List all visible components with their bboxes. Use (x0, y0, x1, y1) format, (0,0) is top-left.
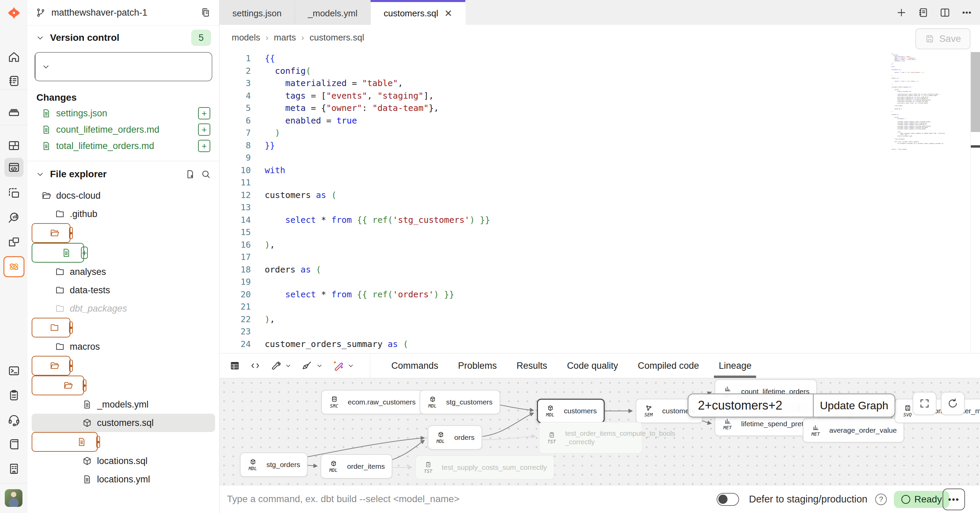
save-button[interactable]: Save (915, 28, 970, 49)
dashboard-grid-icon[interactable] (5, 136, 24, 155)
folder-open-icon (41, 191, 51, 201)
defer-toggle[interactable] (717, 493, 739, 506)
copy-icon[interactable] (200, 7, 211, 18)
file-tree-row[interactable]: data-tests + (32, 281, 215, 299)
fullscreen-button[interactable] (913, 392, 937, 415)
notebook-icon[interactable] (5, 71, 24, 91)
changed-file-row[interactable]: total_lifetime_orders.md + (27, 138, 219, 154)
more-options-icon[interactable] (961, 7, 972, 18)
stage-file-button[interactable]: + (198, 107, 210, 119)
stage-file-button[interactable]: + (198, 140, 210, 152)
frame-select-icon[interactable] (5, 184, 24, 203)
lineage-node[interactable]: MDL stg_orders (240, 453, 308, 477)
help-icon[interactable]: ? (875, 494, 887, 505)
docs-book-icon[interactable] (5, 435, 24, 454)
terminal-icon[interactable] (5, 361, 24, 380)
editor-scrollbar[interactable] (970, 50, 980, 353)
dbt-logo-icon[interactable] (5, 3, 24, 22)
lineage-node[interactable]: MDL orders (428, 425, 482, 450)
notebook-panel-icon[interactable] (917, 7, 929, 18)
panel-tab[interactable]: Code quality (567, 353, 618, 378)
windows-icon[interactable] (5, 233, 24, 252)
clipboard-icon[interactable] (5, 386, 24, 405)
node-label: ecom.raw_customers (348, 398, 416, 406)
panel-tab[interactable]: Results (517, 353, 547, 378)
file-tree-row[interactable]: customers.yml + (32, 432, 98, 452)
editor-tab[interactable]: _models.yml ✕ (295, 0, 371, 25)
build-menu[interactable] (270, 360, 292, 372)
branch-row[interactable]: matthewshaver-patch-1 (27, 0, 219, 25)
scrollbar-marker (971, 145, 980, 148)
new-tab-icon[interactable] (896, 7, 907, 18)
node-type-icon (330, 460, 337, 467)
stage-file-button[interactable]: + (81, 247, 88, 259)
file-tree-row[interactable]: docs + (32, 318, 70, 337)
lineage-node[interactable]: MDL customers (537, 399, 605, 423)
file-icon (41, 141, 51, 151)
breadcrumb-file[interactable]: customers.sql (310, 32, 364, 43)
update-graph-button[interactable]: Update Graph (813, 394, 894, 417)
version-control-header[interactable]: Version control 5 (27, 28, 219, 47)
lineage-node[interactable]: TST test_order_items_compute_to_bools _c… (539, 422, 643, 454)
lineage-selector-input[interactable]: 2+customers+2 (688, 394, 813, 417)
file-tree-row[interactable]: docs-cloud + (32, 186, 215, 205)
search-icon[interactable] (201, 169, 211, 179)
archive-drawer-icon[interactable] (5, 102, 24, 121)
code-editor-icon[interactable] (5, 158, 24, 177)
breadcrumb-models[interactable]: models (232, 32, 260, 43)
lineage-node[interactable]: MDL stg_customers (420, 390, 500, 415)
compile-code-icon[interactable] (250, 360, 261, 372)
home-icon[interactable] (5, 48, 24, 67)
headset-support-icon[interactable] (5, 410, 24, 429)
file-tree-row[interactable]: models + (32, 356, 70, 376)
breadcrumb-marts[interactable]: marts (274, 32, 296, 43)
file-tree-row[interactable]: locations.sql + (32, 452, 215, 470)
stage-file-button[interactable]: + (198, 124, 210, 136)
code-lines[interactable]: 1{{2 config(3 materialized = "table",4 t… (220, 52, 490, 350)
command-input[interactable]: Type a command, ex. dbt build --select <… (227, 486, 460, 513)
split-editor-icon[interactable] (939, 7, 951, 18)
panel-tab[interactable]: Commands (391, 353, 438, 378)
preview-table-icon[interactable] (229, 360, 240, 372)
file-explorer-header[interactable]: File explorer (27, 163, 219, 185)
file-tree-row[interactable]: .github + (32, 205, 215, 223)
lineage-node[interactable]: MDL order_items (321, 454, 392, 479)
format-menu[interactable] (301, 360, 324, 372)
editor-tab[interactable]: settings.json ✕ (220, 0, 295, 25)
panel-tab[interactable]: Compiled code (638, 353, 699, 378)
refresh-graph-button[interactable] (941, 392, 965, 415)
status-badge[interactable]: Ready (894, 491, 950, 508)
lineage-node[interactable]: TST test_supply_costs_sum_correctly (415, 455, 554, 480)
editor-minimap[interactable]: {{ config( materialized = "table", tags … (891, 53, 952, 150)
organization-icon[interactable] (5, 459, 24, 478)
scrollbar-thumb[interactable] (971, 52, 980, 132)
changed-file-row[interactable]: count_lifetime_orders.md + (27, 121, 219, 138)
file-tree-row[interactable]: locations.yml + (32, 470, 215, 489)
file-tree-row[interactable]: .vscode + (32, 223, 70, 243)
file-tree-row[interactable]: analyses + (32, 263, 215, 281)
file-tree-row[interactable]: settings.json + (32, 243, 84, 263)
file-tree-row[interactable]: macros + (32, 337, 215, 356)
file-tree-row[interactable]: customers.sql + (32, 414, 215, 432)
lineage-node[interactable]: MET average_order_value (803, 418, 904, 443)
lineage-node[interactable]: SRC ecom.raw_customers (321, 390, 423, 415)
status-more-button[interactable]: ••• (943, 489, 965, 510)
lineage-canvas[interactable]: SRC ecom.raw_customers MDL stg_customers… (220, 378, 980, 485)
new-file-icon[interactable] (185, 169, 195, 179)
commit-dropdown-button[interactable] (35, 53, 56, 81)
editor-tab[interactable]: customers.sql ✕ (371, 0, 466, 25)
panel-tab[interactable]: Lineage (719, 353, 751, 378)
changed-file-row[interactable]: settings.json + (27, 105, 219, 121)
user-avatar[interactable] (5, 489, 22, 507)
close-tab-icon[interactable]: ✕ (444, 8, 452, 19)
query-insights-icon[interactable] (5, 208, 24, 227)
file-tree-row[interactable]: marts + (32, 376, 84, 395)
file-tree-row[interactable]: _models.yml + (32, 395, 215, 414)
dbt-copilot-icon[interactable] (3, 256, 24, 277)
panel-tab[interactable]: Problems (458, 353, 497, 378)
file-tree-row[interactable]: dbt_packages + (32, 299, 215, 318)
lineage-node[interactable]: SVQ customer_order_metrics (894, 399, 980, 423)
code-editor[interactable]: 1{{2 config(3 materialized = "table",4 t… (220, 50, 980, 353)
copilot-fix-menu[interactable] (332, 360, 355, 372)
commit-and-sync-button[interactable]: Commit and sync (34, 52, 212, 81)
